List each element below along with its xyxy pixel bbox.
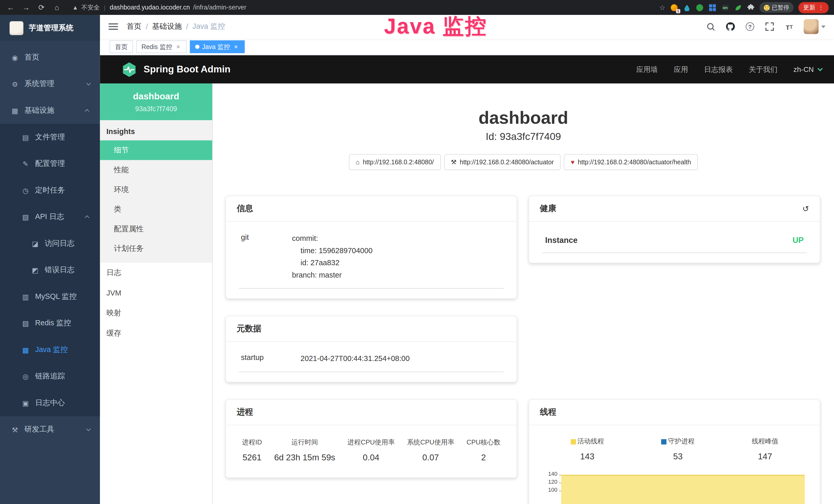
blue-swatch-icon <box>661 439 666 444</box>
sba-item-classes[interactable]: 类 <box>100 200 212 219</box>
java-monitor-icon: ▩ <box>21 346 30 354</box>
actuator-url-button[interactable]: ⚒ http://192.168.0.2:48080/actuator <box>444 154 561 170</box>
health-url-button[interactable]: ♥ http://192.168.0.2:48080/actuator/heal… <box>564 154 698 170</box>
peak-threads-col: 线程峰值 147 <box>752 437 778 462</box>
extension-leaf-icon[interactable] <box>734 3 742 11</box>
gear-icon: ⚙ <box>10 80 19 88</box>
instance-id: 93a3fc7f7409 <box>104 105 208 113</box>
browser-actions: ☆ 1 on 已 <box>659 2 829 13</box>
metadata-startup-row: startup 2021-04-27T00:44:31.254+08:00 <box>239 351 504 372</box>
breadcrumb-home[interactable]: 首页 <box>127 22 141 31</box>
sidebar-item-files[interactable]: ▤ 文件管理 <box>0 124 100 151</box>
live-threads-area <box>561 475 805 504</box>
smiley-icon <box>764 5 770 10</box>
sidebar-item-config[interactable]: ✎ 配置管理 <box>0 151 100 177</box>
fullscreen-icon[interactable] <box>764 22 775 32</box>
sba-nav-journal[interactable]: 日志报表 <box>704 65 733 74</box>
health-instance-row[interactable]: Instance UP <box>542 231 807 253</box>
sba-item-mappings[interactable]: 映射 <box>100 303 212 323</box>
extension-grid-icon[interactable] <box>708 3 716 11</box>
info-card-title: 信息 <box>237 203 253 214</box>
top-navbar: 首页 / 基础设施 / Java 监控 ? <box>100 15 834 39</box>
extensions-puzzle-icon[interactable] <box>747 3 755 11</box>
menu-kebab-icon[interactable]: ⋮ <box>818 4 824 11</box>
detail-cards: 信息 git commit: time: 1596289704000 id: 2 <box>213 170 834 504</box>
sidebar-item-scheduled-tasks[interactable]: ◷ 定时任务 <box>0 177 100 204</box>
sidebar-item-mysql[interactable]: ▥ MySQL 监控 <box>0 283 100 310</box>
sba-item-jvm[interactable]: JVM <box>100 283 212 303</box>
sba-item-environment[interactable]: 环境 <box>100 180 212 200</box>
chevron-down-icon <box>817 66 823 71</box>
sba-item-logs[interactable]: 日志 <box>100 263 212 283</box>
forward-icon[interactable]: → <box>21 3 31 12</box>
wrench-icon: ⚒ <box>451 159 456 166</box>
home-icon[interactable]: ⌂ <box>52 3 62 12</box>
github-icon[interactable] <box>725 22 736 32</box>
api-log-icon: ▧ <box>21 213 30 221</box>
extension-on-icon[interactable]: on <box>721 3 729 11</box>
app-logo-row[interactable]: 芋道管理系统 <box>0 15 100 41</box>
help-icon[interactable]: ? <box>745 22 755 32</box>
sidebar-item-access-logs[interactable]: ◪ 访问日志 <box>0 230 100 257</box>
sba-instance-header[interactable]: dashboard 93a3fc7f7409 <box>100 84 212 120</box>
extension-orange-icon[interactable]: 1 <box>670 3 678 11</box>
home-icon: ⌂ <box>356 159 359 166</box>
sidebar-item-redis[interactable]: ▨ Redis 监控 <box>0 310 100 337</box>
sidebar-item-api-logs[interactable]: ▧ API 日志 <box>0 204 100 230</box>
hamburger-icon[interactable] <box>108 24 118 30</box>
breadcrumb-infra[interactable]: 基础设施 <box>152 22 182 31</box>
sidebar-item-log-center[interactable]: ▣ 日志中心 <box>0 390 100 416</box>
sba-nav-applications[interactable]: 应用 <box>674 65 688 74</box>
close-icon[interactable]: × <box>175 43 181 51</box>
droplet-icon <box>683 4 690 11</box>
sidebar-item-java-monitor[interactable]: ▩ Java 监控 <box>0 337 100 363</box>
paused-label: 已暂停 <box>772 3 789 11</box>
paused-badge[interactable]: 已暂停 <box>760 2 794 13</box>
tab-java-monitor[interactable]: Java 监控 × <box>190 41 244 53</box>
sidebar-item-error-logs[interactable]: ◩ 错误日志 <box>0 257 100 283</box>
sba-item-config-props[interactable]: 配置属性 <box>100 219 212 239</box>
green-circle-icon <box>696 4 703 11</box>
back-icon[interactable]: ← <box>5 3 16 12</box>
user-avatar[interactable] <box>804 20 826 35</box>
tab-redis-monitor[interactable]: Redis 监控 × <box>136 41 187 53</box>
tabs-bar: 首页 Redis 监控 × Java 监控 × <box>100 39 834 55</box>
sba-nav-about[interactable]: 关于我们 <box>749 65 777 74</box>
chevron-down-icon <box>821 25 826 28</box>
threads-legend: 活动线程 143 守护进程 53 线程峰值 <box>542 435 807 462</box>
sidebar-item-system[interactable]: ⚙ 系统管理 <box>0 71 100 97</box>
reload-icon[interactable]: ⟳ <box>36 3 47 12</box>
font-size-icon[interactable]: тT <box>784 22 794 32</box>
sba-locale-select[interactable]: zh-CN <box>793 66 821 73</box>
extension-droplet-icon[interactable] <box>683 3 691 11</box>
sba-item-scheduled-tasks[interactable]: 计划任务 <box>100 239 212 258</box>
extension-badge: 1 <box>676 9 680 13</box>
sba-item-metrics[interactable]: 性能 <box>100 160 212 180</box>
service-url-button[interactable]: ⌂ http://192.168.0.2:48080/ <box>349 154 441 170</box>
bookmark-star-icon[interactable]: ☆ <box>659 3 665 11</box>
history-icon[interactable]: ↺ <box>803 204 809 214</box>
status-badge: UP <box>793 236 804 245</box>
sba-nav-wallboard[interactable]: 应用墙 <box>636 65 658 74</box>
dashboard-icon: ◉ <box>10 53 19 61</box>
search-icon[interactable] <box>705 22 716 32</box>
sba-brand: Spring Boot Admin <box>144 64 231 75</box>
threads-card: 线程 活动线程 143 守护进程 <box>529 399 820 504</box>
sidebar-item-dev-tools[interactable]: ⚒ 研发工具 <box>0 416 100 443</box>
sidebar-item-home[interactable]: ◉ 首页 <box>0 44 100 71</box>
chart-plot-area <box>561 470 807 504</box>
sidebar-item-infra[interactable]: ▦ 基础设施 <box>0 97 100 124</box>
health-card-title: 健康 <box>540 203 556 214</box>
address-divider: | <box>104 4 106 11</box>
trace-icon: ◎ <box>21 372 30 381</box>
redis-icon: ▨ <box>21 319 30 327</box>
sba-item-details[interactable]: 细节 <box>100 140 212 160</box>
sba-item-caches[interactable]: 缓存 <box>100 323 212 344</box>
close-icon[interactable]: × <box>233 43 239 51</box>
sidebar-item-tracing[interactable]: ◎ 链路追踪 <box>0 363 100 390</box>
address-bar[interactable]: ▲ 不安全 | dashboard.yudao.iocoder.cn/infra… <box>72 3 655 11</box>
extension-green-icon[interactable] <box>696 3 704 11</box>
breadcrumb-current: Java 监控 <box>192 22 225 31</box>
update-button[interactable]: 更新 ⋮ <box>798 2 829 13</box>
tab-home[interactable]: 首页 <box>110 41 133 53</box>
